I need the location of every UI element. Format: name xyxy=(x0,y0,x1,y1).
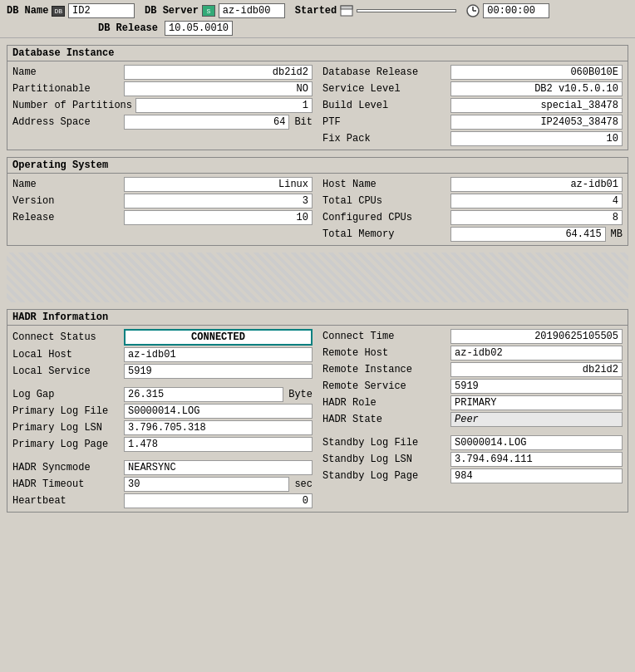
hadr-role-row: HADR Role PRIMARY xyxy=(322,395,623,410)
os-left: Name Linux Version 3 Release 10 xyxy=(7,174,318,245)
partitionable-row: Partitionable NO xyxy=(12,81,313,96)
hadr-section: HADR Information Connect Status CONNECTE… xyxy=(7,309,628,513)
total-cpus-value: 4 xyxy=(450,194,623,208)
num-partitions-row: Number of Partitions 1 xyxy=(12,98,313,113)
primary-log-file-label: Primary Log File xyxy=(12,405,121,417)
local-host-value: az-idb01 xyxy=(124,347,313,362)
hadr-role-value: PRIMARY xyxy=(450,395,623,410)
configured-cpus-label: Configured CPUs xyxy=(322,212,447,223)
total-memory-unit: MB xyxy=(611,228,623,240)
connect-time-value: 20190625105505 xyxy=(450,329,623,344)
primary-log-page-row: Primary Log Page 1.478 xyxy=(12,437,313,452)
primary-log-page-label: Primary Log Page xyxy=(12,439,121,450)
svg-rect-1 xyxy=(341,6,352,9)
build-level-label: Build Level xyxy=(322,100,447,111)
db-name-label: DB Name xyxy=(7,5,48,17)
primary-log-lsn-value: 3.796.705.318 xyxy=(124,420,313,435)
remote-instance-row: Remote Instance db2id2 xyxy=(322,362,623,377)
remote-service-row: Remote Service 5919 xyxy=(322,379,623,394)
operating-system-title: Operating System xyxy=(7,158,628,174)
primary-log-page-value: 1.478 xyxy=(124,437,313,452)
name-value: db2id2 xyxy=(124,65,313,80)
db-name-value: ID2 xyxy=(68,3,135,18)
log-gap-value: 26.315 xyxy=(124,387,283,402)
log-gap-unit: Byte xyxy=(288,389,313,400)
hadr-syncmode-row: HADR Syncmode NEARSYNC xyxy=(12,460,313,475)
host-name-row: Host Name az-idb01 xyxy=(322,177,623,192)
connect-status-row: Connect Status CONNECTED xyxy=(12,329,313,346)
hadr-state-label: HADR State xyxy=(322,414,447,425)
total-memory-label: Total Memory xyxy=(322,228,447,240)
standby-log-page-label: Standby Log Page xyxy=(322,470,447,482)
top-bar: DB Name DB ID2 DB Server S az-idb00 Star… xyxy=(0,0,635,38)
db-instance-right: Database Release 060B010E Service Level … xyxy=(318,61,628,150)
local-service-row: Local Service 5919 xyxy=(12,364,313,379)
standby-log-file-row: Standby Log File S0000014.LOG xyxy=(322,435,623,450)
host-name-label: Host Name xyxy=(322,179,447,190)
service-level-row: Service Level DB2 v10.5.0.10 xyxy=(322,81,623,96)
clock-icon xyxy=(466,4,480,17)
fix-pack-value: 10 xyxy=(450,131,623,146)
service-level-label: Service Level xyxy=(322,83,447,95)
db-server-field: DB Server S az-idb00 xyxy=(145,3,285,18)
remote-service-value: 5919 xyxy=(450,379,623,394)
partitionable-value: NO xyxy=(124,81,313,96)
address-space-value: 64 xyxy=(124,115,289,130)
os-name-label: Name xyxy=(12,179,121,190)
db-server-label: DB Server xyxy=(145,5,199,17)
db-release-row: Database Release 060B010E xyxy=(322,65,623,80)
standby-log-file-label: Standby Log File xyxy=(322,437,447,449)
connect-status-label: Connect Status xyxy=(12,331,121,343)
local-host-row: Local Host az-idb01 xyxy=(12,347,313,362)
started-field: Started xyxy=(295,5,456,17)
hadr-timeout-label: HADR Timeout xyxy=(12,478,121,490)
standby-log-page-row: Standby Log Page 984 xyxy=(322,468,623,483)
address-space-unit: Bit xyxy=(294,116,313,128)
log-gap-row: Log Gap 26.315 Byte xyxy=(12,387,313,402)
started-icon-area xyxy=(340,5,353,17)
heartbeat-row: Heartbeat 0 xyxy=(12,493,313,508)
local-service-label: Local Service xyxy=(12,365,121,377)
os-version-value: 3 xyxy=(124,194,313,208)
partitionable-label: Partitionable xyxy=(12,83,121,95)
ptf-label: PTF xyxy=(322,116,447,128)
os-release-row: Release 10 xyxy=(12,210,313,225)
total-memory-value: 64.415 xyxy=(450,227,606,242)
os-version-row: Version 3 xyxy=(12,194,313,208)
db-release-label: DB Release xyxy=(98,22,158,34)
hadr-state-row: HADR State Peer xyxy=(322,412,623,427)
num-partitions-value: 1 xyxy=(135,98,313,113)
hadr-timeout-value: 30 xyxy=(124,477,289,492)
standby-log-file-value: S0000014.LOG xyxy=(450,435,623,450)
server-icon: S xyxy=(202,5,215,17)
primary-log-lsn-label: Primary Log LSN xyxy=(12,422,121,434)
divider-area xyxy=(7,253,628,302)
total-memory-row: Total Memory 64.415 MB xyxy=(322,227,623,242)
service-level-value: DB2 v10.5.0.10 xyxy=(450,81,623,96)
started-value xyxy=(357,9,456,12)
total-cpus-label: Total CPUs xyxy=(322,195,447,207)
db-server-value: az-idb00 xyxy=(219,3,285,18)
standby-log-lsn-row: Standby Log LSN 3.794.694.111 xyxy=(322,452,623,467)
connect-time-label: Connect Time xyxy=(322,331,447,342)
hadr-timeout-row: HADR Timeout 30 sec xyxy=(12,477,313,492)
local-service-value: 5919 xyxy=(124,364,313,379)
db-instance-left: Name db2id2 Partitionable NO Number of P… xyxy=(7,61,318,150)
os-release-value: 10 xyxy=(124,210,313,225)
fix-pack-row: Fix Pack 10 xyxy=(322,131,623,146)
primary-log-file-value: S0000014.LOG xyxy=(124,404,313,419)
operating-system-section: Operating System Name Linux Version 3 Re… xyxy=(7,157,628,246)
fix-pack-label: Fix Pack xyxy=(322,133,447,145)
build-level-row: Build Level special_38478 xyxy=(322,98,623,113)
standby-log-lsn-value: 3.794.694.111 xyxy=(450,452,623,467)
configured-cpus-value: 8 xyxy=(450,210,623,225)
primary-log-lsn-row: Primary Log LSN 3.796.705.318 xyxy=(12,420,313,435)
db-release-value: 10.05.0010 xyxy=(165,21,233,36)
remote-instance-label: Remote Instance xyxy=(322,364,447,375)
num-partitions-label: Number of Partitions xyxy=(12,100,132,111)
db-release-value: 060B010E xyxy=(450,65,623,80)
name-label: Name xyxy=(12,66,121,78)
log-gap-label: Log Gap xyxy=(12,389,121,400)
os-version-label: Version xyxy=(12,195,121,207)
connect-time-row: Connect Time 20190625105505 xyxy=(322,329,623,344)
